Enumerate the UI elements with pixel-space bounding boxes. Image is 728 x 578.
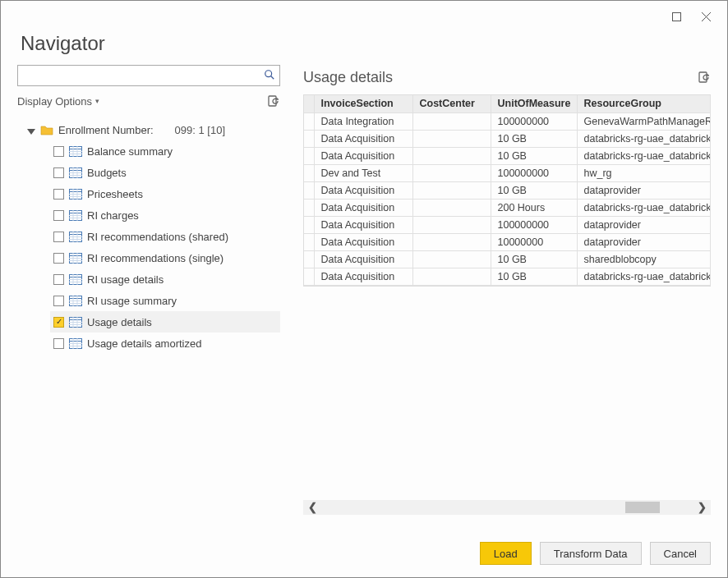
column-header[interactable]: ResourceGroup xyxy=(577,95,711,112)
preview-table-wrap: InvoiceSectionCostCenterUnitOfMeasureRes… xyxy=(303,94,711,287)
scroll-track[interactable] xyxy=(321,500,693,515)
cell: 100000000 xyxy=(491,216,577,233)
tree-item-checkbox[interactable] xyxy=(53,253,64,264)
tree-item-checkbox[interactable] xyxy=(53,210,64,221)
table-icon xyxy=(69,274,82,285)
cell: 10000000 xyxy=(491,233,577,250)
tree-item-checkbox[interactable] xyxy=(53,146,64,157)
table-row[interactable]: Data Acquisition10 GBdatabricks-rg-uae_d… xyxy=(304,268,711,285)
tree-item[interactable]: Budgets xyxy=(50,162,280,183)
transform-data-button[interactable]: Transform Data xyxy=(540,542,642,565)
cell: GenevaWarmPathManageRG xyxy=(577,112,711,130)
table-icon xyxy=(69,146,82,157)
tree-item[interactable]: RI recommendations (shared) xyxy=(50,226,280,247)
cell: sharedblobcopy xyxy=(577,250,711,268)
tree-item[interactable]: RI usage details xyxy=(50,268,280,290)
tree-item-checkbox[interactable] xyxy=(53,167,64,178)
svg-line-4 xyxy=(271,76,274,80)
search-icon[interactable] xyxy=(264,69,275,80)
cancel-button[interactable]: Cancel xyxy=(650,542,711,565)
column-header[interactable]: UnitOfMeasure xyxy=(491,95,577,112)
scroll-thumb[interactable] xyxy=(625,502,660,513)
cell xyxy=(412,216,491,233)
cell xyxy=(412,233,491,250)
table-row[interactable]: Data Acquisition10 GBdatabricks-rg-uae_d… xyxy=(304,130,711,147)
row-gutter xyxy=(304,233,314,250)
horizontal-scrollbar[interactable]: ❮ ❯ xyxy=(303,500,711,515)
table-icon xyxy=(69,210,82,221)
table-row[interactable]: Data Acquisition100000000dataprovider xyxy=(304,216,711,233)
maximize-button[interactable] xyxy=(661,5,691,28)
table-icon xyxy=(69,189,82,200)
tree-item[interactable]: RI recommendations (single) xyxy=(50,247,280,268)
scroll-right-button[interactable]: ❯ xyxy=(693,500,711,515)
tree-item[interactable]: Balance summary xyxy=(50,140,280,162)
tree-item[interactable]: RI charges xyxy=(50,204,280,226)
search-input[interactable] xyxy=(17,65,280,86)
tree-item-checkbox[interactable] xyxy=(53,296,64,306)
load-button[interactable]: Load xyxy=(480,542,532,565)
column-header[interactable]: InvoiceSection xyxy=(314,95,412,112)
table-icon xyxy=(69,317,82,328)
search-row xyxy=(17,65,280,86)
table-row[interactable]: Data Acquisition10 GBdataprovider xyxy=(304,181,711,199)
tree-item-label: Usage details xyxy=(87,316,152,328)
tree-root[interactable]: Enrollment Number: 099: 1 [10] xyxy=(27,119,280,140)
tree-item-label: RI usage summary xyxy=(87,295,177,307)
column-header-empty xyxy=(304,95,314,112)
preview-pane: Usage details xyxy=(280,65,711,530)
tree-item-checkbox[interactable] xyxy=(53,274,64,285)
tree-item[interactable]: RI usage summary xyxy=(50,290,280,311)
table-row[interactable]: Data Integration100000000GenevaWarmPathM… xyxy=(304,112,711,130)
table-row[interactable]: Data Acquisition10 GBdatabricks-rg-uae_d… xyxy=(304,147,711,164)
table-row[interactable]: Data Acquisition200 Hoursdatabricks-rg-u… xyxy=(304,199,711,216)
cell: 100000000 xyxy=(491,112,577,130)
cell xyxy=(412,250,491,268)
row-gutter xyxy=(304,164,314,181)
row-gutter xyxy=(304,112,314,130)
cell: dataprovider xyxy=(577,181,711,199)
cell: Data Integration xyxy=(314,112,412,130)
header: Navigator xyxy=(1,32,727,62)
cell: 10 GB xyxy=(491,268,577,285)
tree-item-checkbox[interactable] xyxy=(53,317,64,328)
tree-root-count: 099: 1 [10] xyxy=(175,124,225,136)
close-button[interactable] xyxy=(691,5,721,28)
tree-item-checkbox[interactable] xyxy=(53,189,64,200)
cell xyxy=(412,147,491,164)
table-row[interactable]: Data Acquisition10 GBsharedblobcopy xyxy=(304,250,711,268)
navigator-tree: Enrollment Number: 099: 1 [10] Balance s… xyxy=(17,116,280,530)
tree-item-checkbox[interactable] xyxy=(53,338,64,349)
row-gutter xyxy=(304,216,314,233)
page-title: Navigator xyxy=(21,32,707,55)
preview-title: Usage details xyxy=(303,69,393,86)
refresh-preview-icon[interactable] xyxy=(698,71,711,84)
table-row[interactable]: Data Acquisition10000000dataprovider xyxy=(304,233,711,250)
tree-item[interactable]: Usage details amortized xyxy=(50,333,280,354)
row-gutter xyxy=(304,130,314,147)
display-options-dropdown[interactable]: Display Options ▾ xyxy=(17,95,99,108)
tree-item[interactable]: Pricesheets xyxy=(50,183,280,204)
scroll-left-button[interactable]: ❮ xyxy=(303,500,321,515)
cell: databricks-rg-uae_databricks- xyxy=(577,130,711,147)
table-row[interactable]: Dev and Test100000000hw_rg xyxy=(304,164,711,181)
cell xyxy=(412,199,491,216)
cell: 200 Hours xyxy=(491,199,577,216)
refresh-tree-icon[interactable] xyxy=(267,94,280,108)
table-icon xyxy=(69,253,82,264)
row-gutter xyxy=(304,181,314,199)
collapse-icon[interactable] xyxy=(27,126,35,134)
cell: Data Acquisition xyxy=(314,233,412,250)
tree-item-label: Balance summary xyxy=(87,145,173,158)
cell: dataprovider xyxy=(577,233,711,250)
column-header[interactable]: CostCenter xyxy=(412,95,491,112)
left-pane: Display Options ▾ xyxy=(17,65,280,530)
tree-item[interactable]: Usage details xyxy=(50,311,280,333)
tree-item-checkbox[interactable] xyxy=(53,232,64,242)
tree-item-label: Usage details amortized xyxy=(87,337,201,350)
table-icon xyxy=(69,338,82,349)
row-gutter xyxy=(304,268,314,285)
cell: Data Acquisition xyxy=(314,130,412,147)
cell: Data Acquisition xyxy=(314,147,412,164)
cell: 10 GB xyxy=(491,147,577,164)
